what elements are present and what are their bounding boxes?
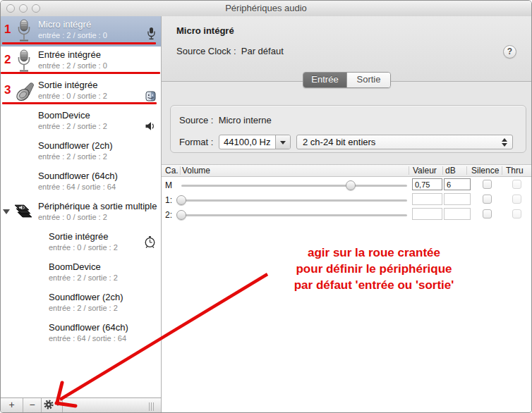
window-title: Périphériques audio xyxy=(1,1,531,16)
device-row-soundflower-2ch[interactable]: Soundflower (2ch) entrée : 2 / sortie : … xyxy=(1,137,161,168)
annotation-note: agir sur la roue crantée pour définir le… xyxy=(282,245,466,293)
volume-slider[interactable] xyxy=(181,199,407,202)
col-valeur: Valeur xyxy=(413,166,437,175)
disclosure-triangle-icon[interactable] xyxy=(3,209,10,214)
audio-devices-window: Périphériques audio Micro intégré entré xyxy=(0,0,532,413)
remove-device-button[interactable]: − xyxy=(23,398,42,412)
default-input-mic-icon xyxy=(147,27,156,43)
device-row-sub-soundflower-64ch[interactable]: Soundflower (64ch) entrée : 64 / sortie … xyxy=(1,319,161,350)
device-subtitle: entrée : 64 / sortie : 64 xyxy=(38,183,116,191)
chevron-down-icon[interactable] xyxy=(275,135,290,149)
title-bar[interactable]: Périphériques audio xyxy=(1,1,531,17)
db-field[interactable] xyxy=(444,178,471,190)
channel-label: 2: xyxy=(165,210,172,220)
slider-thumb[interactable] xyxy=(176,210,186,220)
silence-checkbox[interactable] xyxy=(483,180,492,189)
device-subtitle: entrée : 2 / sortie : 2 xyxy=(49,273,118,282)
source-clock-value: Par défaut xyxy=(241,46,284,56)
annotation-underline-2 xyxy=(1,72,160,74)
source-clock-label: Source Clock : xyxy=(176,46,236,56)
device-title: Soundflower (64ch) xyxy=(49,322,128,333)
format-popup-button[interactable]: 2 ch-24 bit entiers xyxy=(296,135,513,149)
clock-icon xyxy=(144,235,156,252)
device-detail-title: Micro intégré xyxy=(176,25,234,36)
device-row-multi-output[interactable]: Périphérique à sortie multiple entrée : … xyxy=(1,198,161,228)
volume-slider[interactable] xyxy=(181,214,407,216)
table-row-ch2: 2: xyxy=(162,208,531,223)
device-row-boomdevice[interactable]: BoomDevice entrée : 2 / sortie : 2 xyxy=(1,107,161,137)
thru-checkbox xyxy=(512,180,521,189)
device-row-sub-soundflower-2ch[interactable]: Soundflower (2ch) entrée : 2 / sortie : … xyxy=(1,289,161,319)
device-subtitle: entrée : 0 / sortie : 2 xyxy=(38,92,107,100)
gear-icon xyxy=(44,400,54,409)
action-menu-button[interactable] xyxy=(42,398,63,412)
source-label: Source : xyxy=(179,115,213,125)
device-title: Micro intégré xyxy=(38,19,91,30)
tab-entree[interactable]: Entrée xyxy=(303,73,346,87)
table-row-ch1: 1: xyxy=(162,193,531,208)
db-field[interactable] xyxy=(444,193,471,205)
device-row-soundflower-64ch[interactable]: Soundflower (64ch) entrée : 64 / sortie … xyxy=(1,168,161,198)
device-subtitle: entrée : 2 / sortie : 2 xyxy=(38,152,107,161)
device-subtitle: entrée : 2 / sortie : 0 xyxy=(38,61,107,70)
device-row-sub-sortie-integree[interactable]: Sortie intégrée entrée : 0 / sortie : 2 xyxy=(1,228,161,259)
sample-rate-combobox[interactable]: 44100,0 Hz xyxy=(219,135,291,149)
annotation-number-3: 3 xyxy=(4,83,11,97)
device-subtitle: entrée : 2 / sortie : 2 xyxy=(49,304,118,312)
col-db: dB xyxy=(445,166,456,175)
annotation-underline-1 xyxy=(2,42,156,44)
col-thru: Thru xyxy=(506,166,524,175)
db-field[interactable] xyxy=(444,208,471,220)
device-subtitle: entrée : 0 / sortie : 2 xyxy=(38,213,107,221)
tab-sortie[interactable]: Sortie xyxy=(346,73,390,87)
annotation-underline-3 xyxy=(2,102,157,104)
thru-checkbox xyxy=(512,195,521,204)
valeur-field[interactable] xyxy=(412,178,442,190)
add-label: + xyxy=(8,399,14,410)
device-subtitle: entrée : 64 / sortie : 64 xyxy=(49,334,126,343)
note-line-2: pour définir le périphérique xyxy=(282,261,466,277)
silence-checkbox[interactable] xyxy=(483,209,492,218)
resize-grip-icon[interactable] xyxy=(149,401,157,409)
device-subtitle: entrée : 2 / sortie : 2 xyxy=(38,122,107,130)
format-groupbox: Source : Micro interne Format : 44100,0 … xyxy=(170,105,526,153)
sample-rate-value: 44100,0 Hz xyxy=(224,137,271,147)
help-button[interactable]: ? xyxy=(503,45,516,58)
silence-checkbox[interactable] xyxy=(483,195,492,204)
add-device-button[interactable]: + xyxy=(1,398,23,412)
table-row-master: M xyxy=(162,178,531,193)
device-title: Soundflower (2ch) xyxy=(38,140,113,151)
device-title: Soundflower (2ch) xyxy=(49,292,123,302)
device-title: Soundflower (64ch) xyxy=(38,171,118,181)
slider-thumb[interactable] xyxy=(346,180,356,190)
default-output-speaker-icon xyxy=(145,121,156,135)
format-label: Format : xyxy=(179,137,213,147)
volume-slider[interactable] xyxy=(181,185,407,187)
source-clock-line: Source Clock : Par défaut xyxy=(176,46,284,56)
annotation-number-1: 1 xyxy=(4,23,11,37)
valeur-field[interactable] xyxy=(412,193,442,205)
format-value: 2 ch-24 bit entiers xyxy=(303,137,375,147)
multi-output-icon xyxy=(11,202,33,226)
device-title: BoomDevice xyxy=(38,110,90,121)
note-line-1: agir sur la roue crantée xyxy=(282,245,466,261)
channel-table-header: Ca. Volume Valeur dB Silence Thru xyxy=(162,164,531,177)
channel-label: M xyxy=(165,180,172,190)
thru-checkbox xyxy=(512,209,521,218)
slider-thumb[interactable] xyxy=(176,195,186,205)
device-title: Sortie intégrée xyxy=(49,231,109,242)
device-subtitle: entrée : 2 / sortie : 0 xyxy=(38,31,107,39)
device-title: Entrée intégrée xyxy=(38,49,101,60)
device-title: Périphérique à sortie multiple xyxy=(38,201,157,211)
valeur-field[interactable] xyxy=(412,208,442,220)
annotation-number-2: 2 xyxy=(4,53,11,67)
col-ca: Ca. xyxy=(165,166,179,175)
help-label: ? xyxy=(507,47,512,56)
device-subtitle: entrée : 0 / sortie : 2 xyxy=(49,243,118,252)
device-row-sub-boomdevice[interactable]: BoomDevice entrée : 2 / sortie : 2 xyxy=(1,259,161,289)
col-volume: Volume xyxy=(182,166,210,175)
remove-label: − xyxy=(29,399,35,410)
source-value: Micro interne xyxy=(219,115,272,125)
channel-table-body: M 1: 2: xyxy=(162,177,531,411)
up-down-arrows-icon xyxy=(502,138,507,147)
